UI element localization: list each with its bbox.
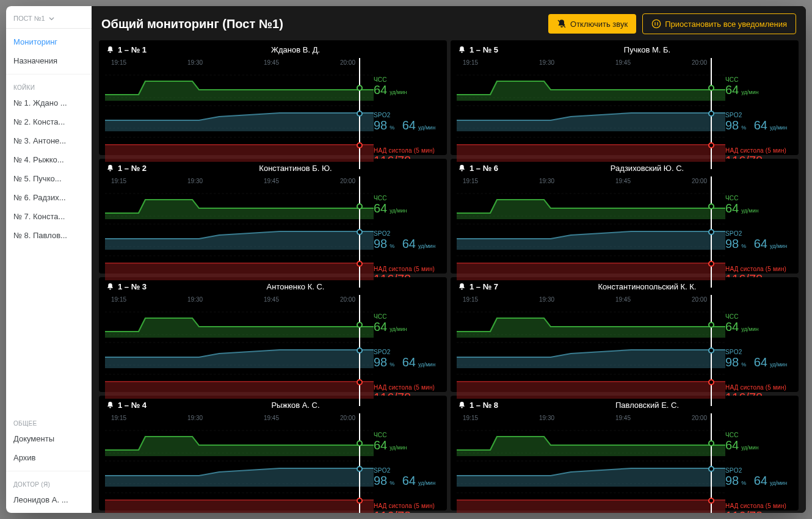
card-body: 19:1519:3019:4520:00 (451, 413, 799, 513)
bed-item-6[interactable]: № 6. Радзих... (6, 188, 92, 207)
time-tick: 19:45 (615, 296, 631, 303)
post-selector[interactable]: ПОСТ №1 (6, 6, 92, 29)
patient-card[interactable]: 1 – № 5 Пучков М. Б. 19:1519:3019:4520:0… (451, 40, 799, 155)
vital-hr-label: ЧСС (374, 313, 447, 320)
vital-spo2-label: SPO2 (374, 230, 447, 237)
lane-spo2 (457, 219, 725, 250)
vital-hr: ЧСС 64уд/мин (725, 308, 799, 339)
cursor-dot-nad (357, 379, 363, 385)
vital-spo2-unit: % (741, 361, 746, 368)
chart-area: 19:1519:3019:4520:00 (105, 295, 374, 410)
vital-nad-label: НАД систола (5 мин) (725, 503, 799, 509)
bed-item-7[interactable]: № 7. Конста... (6, 207, 92, 226)
lane-hr (457, 426, 725, 456)
mute-button[interactable]: Отключить звук (548, 14, 636, 34)
time-tick: 20:00 (340, 59, 355, 66)
nav-monitoring[interactable]: Мониторинг (6, 32, 92, 51)
lane-spo2 (105, 456, 374, 487)
cursor-dot-spo2 (357, 111, 363, 117)
time-tick: 19:15 (111, 178, 126, 184)
cursor-dot-spo2 (357, 466, 363, 472)
vital-hr: ЧСС 64уд/мин (374, 71, 447, 102)
bed-item-2[interactable]: № 2. Конста... (6, 112, 92, 131)
patient-card[interactable]: 1 – № 3 Антоненко К. С. 19:1519:3019:452… (99, 277, 447, 392)
patient-card[interactable]: 1 – № 8 Павловский Е. С. 19:1519:3019:45… (451, 396, 799, 510)
vital-nad-value: 116/78 (374, 509, 411, 513)
vital-hr-unit: уд/мин (390, 326, 407, 332)
time-axis: 19:1519:3019:4520:00 (457, 58, 725, 70)
bed-item-3[interactable]: № 3. Антоне... (6, 131, 92, 150)
cursor-dot-hr (357, 203, 363, 209)
doctor-name[interactable]: Леонидов А. ... (6, 490, 92, 513)
bed-item-8[interactable]: № 8. Павлов... (6, 226, 92, 245)
pause-icon (651, 19, 661, 29)
svg-point-1 (652, 20, 660, 27)
time-tick: 19:30 (187, 59, 203, 66)
vital-spo2-secondary: 64 (402, 474, 416, 488)
vital-hr-value: 64 (725, 320, 739, 334)
time-tick: 19:30 (187, 178, 203, 184)
pause-notifications-button[interactable]: Приостановить все уведомления (642, 13, 796, 34)
vital-hr-unit: уд/мин (741, 326, 758, 332)
bed-item-1[interactable]: № 1. Ждано ... (6, 93, 92, 112)
vital-spo2-unit: % (741, 480, 746, 486)
vital-spo2-unit: % (390, 243, 394, 249)
chart-lanes (457, 426, 725, 513)
vitals-panel: ЧСС 64уд/мин SPO2 98% 64уд/мин НАД систо… (725, 176, 799, 291)
time-tick: 19:30 (539, 59, 554, 66)
cursor-dot-spo2 (708, 229, 714, 235)
lane-nad (457, 250, 725, 280)
time-tick: 20:00 (340, 296, 355, 303)
time-tick: 19:15 (463, 415, 478, 421)
patient-card[interactable]: 1 – № 1 Жданов В. Д. 19:1519:3019:4520:0… (99, 40, 447, 155)
lane-hr (457, 307, 725, 338)
vital-spo2-value: 98 (725, 237, 739, 251)
chart-lanes (105, 307, 374, 410)
vital-nad-label: НАД систола (5 мин) (725, 384, 799, 391)
lane-hr (457, 70, 725, 101)
vital-spo2-value: 98 (725, 474, 739, 488)
lane-hr (457, 189, 725, 219)
lane-nad (105, 131, 374, 162)
vitals-panel: ЧСС 64уд/мин SPO2 98% 64уд/мин НАД систо… (374, 295, 447, 410)
vital-spo2-secondary-unit: уд/мин (418, 361, 435, 368)
vital-hr-value: 64 (374, 320, 387, 334)
chart-area: 19:1519:3019:4520:00 (457, 295, 725, 410)
patient-card[interactable]: 1 – № 6 Радзиховский Ю. С. 19:1519:3019:… (451, 159, 799, 274)
vital-hr-label: ЧСС (374, 432, 447, 438)
main: Общий мониторинг (Пост №1) Отключить зву… (92, 6, 806, 513)
vital-hr: ЧСС 64уд/мин (374, 427, 447, 457)
cursor-dot-hr (357, 440, 363, 446)
nav-documents[interactable]: Документы (6, 429, 92, 448)
vitals-panel: ЧСС 64уд/мин SPO2 98% 64уд/мин НАД систо… (374, 413, 447, 513)
chart-area: 19:1519:3019:4520:00 (105, 413, 374, 513)
patient-card[interactable]: 1 – № 4 Рыжков А. С. 19:1519:3019:4520:0… (99, 396, 447, 510)
vital-hr-value: 64 (725, 438, 739, 452)
patient-card[interactable]: 1 – № 2 Константинов Б. Ю. 19:1519:3019:… (99, 159, 447, 274)
mute-label: Отключить звук (570, 20, 628, 29)
patient-card[interactable]: 1 – № 7 Константинопольский К. К. 19:151… (451, 277, 799, 392)
vital-spo2-secondary-unit: уд/мин (770, 243, 787, 249)
vital-hr-value: 64 (725, 201, 739, 216)
vital-spo2-label: SPO2 (725, 112, 799, 118)
bed-item-5[interactable]: № 5. Пучко... (6, 169, 92, 188)
cursor-dot-nad (357, 498, 363, 504)
nav-archive[interactable]: Архив (6, 448, 92, 467)
vital-hr: ЧСС 64уд/мин (725, 427, 799, 457)
general-heading: ОБЩЕЕ (6, 414, 92, 429)
vital-spo2-secondary: 64 (754, 474, 767, 488)
lane-spo2 (457, 456, 725, 487)
chart-area: 19:1519:3019:4520:00 (457, 413, 725, 513)
nav-assignments[interactable]: Назначения (6, 51, 92, 70)
cursor-dot-hr (708, 203, 714, 209)
vital-spo2-unit: % (390, 361, 394, 368)
card-header: 1 – № 1 Жданов В. Д. (99, 40, 447, 58)
time-axis: 19:1519:3019:4520:00 (105, 413, 374, 425)
cursor-dot-hr (357, 322, 363, 328)
chart-lanes (457, 70, 725, 173)
time-tick: 19:45 (615, 178, 631, 184)
vital-spo2-secondary: 64 (402, 237, 416, 251)
vital-spo2-value: 98 (374, 237, 387, 251)
beds-heading: КОЙКИ (6, 78, 92, 93)
bed-item-4[interactable]: № 4. Рыжко... (6, 150, 92, 169)
